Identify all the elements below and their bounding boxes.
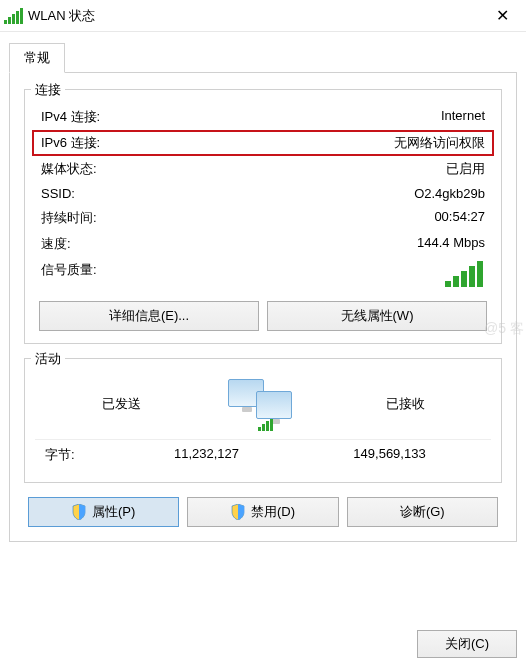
properties-label: 属性(P) bbox=[92, 503, 135, 521]
signal-value bbox=[445, 261, 485, 287]
legend-activity: 活动 bbox=[31, 350, 65, 368]
close-dialog-button[interactable]: 关闭(C) bbox=[417, 630, 517, 658]
ssid-label: SSID: bbox=[41, 186, 414, 201]
close-button[interactable]: ✕ bbox=[482, 0, 522, 32]
ipv4-label: IPv4 连接: bbox=[41, 108, 441, 126]
received-label: 已接收 bbox=[360, 395, 450, 413]
duration-label: 持续时间: bbox=[41, 209, 434, 227]
media-value: 已启用 bbox=[446, 160, 485, 178]
media-label: 媒体状态: bbox=[41, 160, 446, 178]
ipv4-value: Internet bbox=[441, 108, 485, 126]
wireless-props-button[interactable]: 无线属性(W) bbox=[267, 301, 487, 331]
properties-button[interactable]: 属性(P) bbox=[28, 497, 179, 527]
ipv6-value: 无网络访问权限 bbox=[394, 134, 485, 152]
watermark: @5 客 bbox=[484, 320, 524, 338]
disable-button[interactable]: 禁用(D) bbox=[187, 497, 338, 527]
ipv6-label: IPv6 连接: bbox=[41, 134, 394, 152]
bytes-recv: 149,569,133 bbox=[298, 446, 481, 464]
window-title: WLAN 状态 bbox=[24, 7, 482, 25]
ipv6-row: IPv6 连接:无网络访问权限 bbox=[32, 130, 494, 156]
tab-general[interactable]: 常规 bbox=[9, 43, 65, 73]
group-connection: 连接 IPv4 连接:Internet IPv6 连接:无网络访问权限 媒体状态… bbox=[24, 89, 502, 344]
bytes-label: 字节: bbox=[45, 446, 115, 464]
duration-value: 00:54:27 bbox=[434, 209, 485, 227]
speed-value: 144.4 Mbps bbox=[417, 235, 485, 253]
ssid-value: O2.4gkb29b bbox=[414, 186, 485, 201]
disable-label: 禁用(D) bbox=[251, 503, 295, 521]
details-button[interactable]: 详细信息(E)... bbox=[39, 301, 259, 331]
legend-connection: 连接 bbox=[31, 81, 65, 99]
shield-icon bbox=[231, 504, 245, 520]
speed-label: 速度: bbox=[41, 235, 417, 253]
bytes-sent: 11,232,127 bbox=[115, 446, 298, 464]
sent-label: 已发送 bbox=[76, 395, 166, 413]
shield-icon bbox=[72, 504, 86, 520]
signal-bars-icon bbox=[445, 272, 485, 287]
network-activity-icon bbox=[228, 379, 298, 429]
group-activity: 活动 已发送 已接收 字节: 11,232,127 149,569,133 bbox=[24, 358, 502, 483]
signal-label: 信号质量: bbox=[41, 261, 445, 287]
wifi-icon bbox=[4, 8, 24, 24]
diagnose-button[interactable]: 诊断(G) bbox=[347, 497, 498, 527]
